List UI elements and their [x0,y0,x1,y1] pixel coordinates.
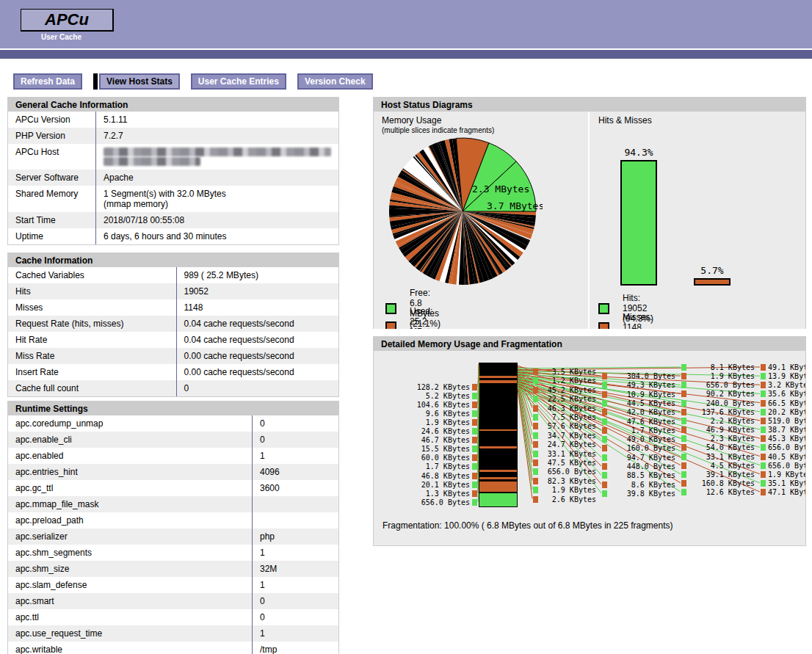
runtime-row-label: apc.writable [8,642,253,654]
nav-button-view-host-stats[interactable]: View Host Stats [99,73,180,90]
runtime-row-value: 4096 [253,464,338,480]
fragment-swatch [533,478,538,484]
fragment-label: 54.0 KBytes [689,444,755,451]
table-row: Cached Variables989 ( 25.2 MBytes) [8,267,338,283]
fragment-label: 656.0 Bytes [768,462,805,470]
table-row: Cache full count0 [8,380,338,396]
fragment-swatch [602,482,607,488]
fragment-label: 20.1 KBytes [381,482,470,489]
general-row-label: PHP Version [8,128,96,144]
runtime-row-value: 1 [253,448,338,464]
host-status-title: Host Status Diagrams [374,98,805,112]
fragment-swatch [681,400,686,407]
fragment-label: 22.5 KBytes [540,396,596,403]
runtime-row-label: apc.coredump_unmap [8,415,253,432]
fragment-swatch [533,414,538,421]
fragment-swatch [602,427,607,434]
fragment-label: 15.5 KBytes [381,446,470,453]
nav-button-user-cache-entries[interactable]: User Cache Entries [191,73,286,90]
runtime-row-label: apc.slam_defense [8,577,253,593]
legend-item: Used: 25.2 MBytes (78.9%) [385,306,441,329]
memory-bar-segment [479,429,517,431]
fragment-swatch [681,390,686,397]
cache-table: Cached Variables989 ( 25.2 MBytes)Hits19… [8,267,338,396]
fragment-swatch [472,473,477,479]
fragment-label: 38.7 KBytes [768,426,805,434]
memory-bar-segment [479,380,517,383]
bar-value-label: 5.7% [694,265,731,276]
fragment-swatch [533,441,538,448]
table-row: Hit Rate0.04 cache requests/second [8,332,338,348]
runtime-row-value: php [253,528,338,545]
fragment-label: 1.9 KBytes [381,419,470,426]
fragment-label: 47.5 KBytes [540,459,596,467]
fragment-label: 66.5 KBytes [768,400,805,407]
main-nav: Refresh DataView Host StatsUser Cache En… [13,73,373,90]
cache-row-label: Cache full count [8,380,177,396]
fragment-swatch [681,418,686,424]
nav-button-refresh-data[interactable]: Refresh Data [13,73,82,90]
cache-row-value: 1148 [177,299,339,316]
cache-panel-title: Cache Information [8,253,338,267]
fragment-label: 7.5 KBytes [540,414,596,421]
fragment-label: 20.2 KBytes [768,409,805,416]
fragment-label: 304.0 Bytes [609,373,675,380]
runtime-row-label: apc.ttl [8,609,253,625]
runtime-row-value: 0 [253,432,338,448]
general-row-label: Shared Memory [8,186,96,212]
detailed-memory-title: Detailed Memory Usage and Fragmentation [374,337,805,351]
fragment-label: 44.5 KBytes [609,400,675,407]
fragment-label: 448.0 Bytes [609,463,675,470]
fragment-swatch [602,382,607,388]
fragment-label: 33.1 KBytes [689,454,755,461]
fragment-label: 3.2 KBytes [768,382,805,389]
header-divider-bar [0,50,812,59]
memory-fragmentation-bar [479,363,518,507]
fragment-swatch [472,393,477,399]
runtime-row-label: apc.mmap_file_mask [8,496,253,512]
fragment-label: 42.0 KBytes [609,409,675,416]
fragment-swatch [681,462,686,469]
detailed-memory-panel: Detailed Memory Usage and Fragmentation … [373,336,806,546]
fragment-swatch [602,463,607,470]
memory-usage-title: Memory Usage [382,115,441,126]
fragment-label: 24.7 KBytes [540,441,596,448]
fragment-swatch [472,402,477,408]
fragment-swatch [533,368,538,375]
fragment-swatch [761,418,766,424]
runtime-row-label: apc.use_request_time [8,625,253,642]
fragment-label: 35.1 KBytes [768,480,805,487]
fragment-label: 4.5 KBytes [689,462,755,470]
legend-swatch [385,321,396,330]
fragment-swatch [602,436,607,443]
fragment-swatch [533,405,538,412]
general-row-value: 5.1.11 [96,112,338,128]
table-row: apc.writable/tmp [8,642,338,654]
general-row-label: Uptime [8,228,96,244]
fragment-swatch [761,400,766,407]
fragment-label: 10.9 KBytes [609,391,675,399]
nav-button-version-check[interactable]: Version Check [297,73,373,90]
table-row: apc.enabled1 [8,448,338,464]
table-row: apc.enable_cli0 [8,432,338,448]
table-row: apc.gc_ttl3600 [8,480,338,496]
memory-bar-segment [479,482,517,492]
fragment-label: 8.6 KBytes [609,482,675,489]
cache-row-value: 989 ( 25.2 MBytes) [177,267,339,283]
cache-row-value: 19052 [177,283,339,299]
fragment-swatch [681,454,686,460]
header-band: APCu User Cache [0,0,812,48]
runtime-row-label: apc.shm_size [8,561,253,577]
fragment-label: 2.6 KBytes [540,496,596,504]
cache-row-value: 0 [177,380,339,396]
runtime-row-value: 1 [253,545,338,561]
fragment-swatch [681,489,686,495]
cache-row-label: Insert Rate [8,364,177,380]
runtime-row-value: 1 [253,625,338,642]
hits-misses-bar [694,278,731,286]
table-row: Miss Rate0.00 cache requests/second [8,348,338,364]
fragment-label: 35.6 KBytes [768,390,805,398]
memory-bar-segment [479,446,517,448]
general-panel-title: General Cache Information [8,98,338,112]
fragment-label: 47.6 KBytes [609,418,675,426]
